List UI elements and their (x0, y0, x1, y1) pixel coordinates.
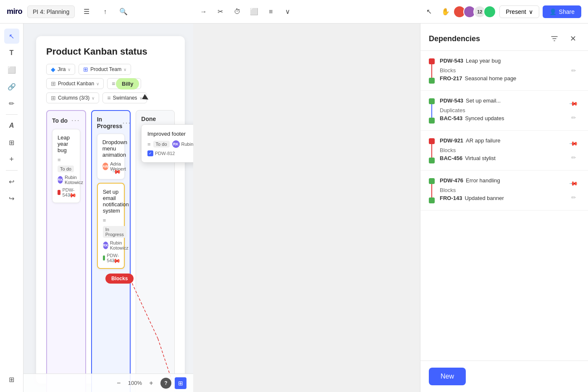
help-button[interactable]: ? (160, 378, 171, 389)
dep4-pin-button[interactable]: 📌 (565, 175, 582, 192)
dep4-edit-button[interactable]: ✏ (568, 192, 580, 203)
center-toolbar: → ✂ ⏱ ⬜ ≡ ∨ (197, 5, 294, 18)
columns-filter[interactable]: ⊞ Columns (3/3) ∨ (46, 92, 99, 103)
present-button[interactable]: Present ∨ (499, 5, 539, 18)
rubin-avatar-1: RK (58, 176, 63, 184)
nav-map-button[interactable]: ⊞ (175, 377, 186, 389)
more-tools-icon[interactable]: ∨ (281, 5, 294, 18)
pdw-543-badge-1 (429, 58, 435, 64)
dep-line-1 (431, 64, 432, 78)
rubin-avatar-2: RK (103, 242, 108, 249)
dep3-pin-button[interactable]: 📌 (565, 135, 582, 152)
table-button[interactable]: ⊞ (4, 135, 19, 150)
todo-col-menu[interactable]: ··· (71, 116, 80, 125)
zoom-in-button[interactable]: + (145, 377, 157, 389)
pdw-476-badge (429, 178, 435, 184)
add-button[interactable]: + (4, 152, 19, 167)
sticky-note-button[interactable]: ⬜ (4, 62, 19, 77)
product-team-filter[interactable]: ⊞ Product Team ∨ (79, 64, 131, 75)
blocks-label: Blocks (105, 274, 134, 284)
improved-footer-title: Improved footer (147, 131, 193, 137)
text-style-button[interactable]: A (4, 118, 19, 133)
improved-footer-meta: ≡ To do RK Rubin Kotowicz (147, 140, 193, 148)
improved-footer-ticket: ✓ PDW-812 (147, 150, 193, 156)
connector-button[interactable]: 🔗 (4, 79, 19, 94)
dep-group-1: PDW-543 Leap year bug Blocks FRO-217 Sea… (420, 51, 588, 91)
canvas-area[interactable]: Product Kanban status ◆ Jira ∨ ⊞ Product… (24, 24, 193, 392)
team-icon: ⊞ (83, 66, 88, 73)
dep2-pin-button[interactable]: 📌 (565, 95, 582, 112)
swimlanes-filter[interactable]: ≡ Swimlanes ∨ (102, 92, 147, 103)
board-title[interactable]: PI 4: Planning (27, 5, 75, 18)
dep-line-3 (431, 144, 432, 158)
dep2-bottom-id: BAC-543 (440, 115, 462, 121)
jira-filter[interactable]: ◆ Jira ∨ (46, 64, 75, 75)
dep1-relation: Blocks (440, 66, 563, 75)
menu-icon-overlay: ≡ (147, 141, 151, 147)
text-tool-button[interactable]: T (4, 45, 19, 61)
inprogress-col-menu[interactable]: ··· (122, 118, 131, 127)
email-card-meta: ≡ In Progress RK Rubin Kotowicz (103, 217, 119, 250)
improved-footer-overlay[interactable]: Improved footer ≡ To do RK Rubin Kotowic… (141, 124, 193, 163)
dep3-top-name: AR app failure (466, 137, 500, 144)
email-status: In Progress (103, 226, 126, 238)
email-card-title: Set up email notification system (103, 189, 119, 214)
fro-143-badge (429, 197, 435, 203)
kanban-board: Product Kanban status ◆ Jira ∨ ⊞ Product… (36, 36, 185, 384)
leap-year-user: RK Rubin Kotowicz (58, 175, 85, 185)
done-col-title: Done (141, 116, 156, 122)
new-dependency-button[interactable]: New (429, 368, 466, 385)
dep3-bottom-id: BAC-456 (440, 155, 462, 161)
menu-icon[interactable]: ☰ (80, 5, 93, 18)
select-tool-button[interactable]: ↖ (4, 29, 19, 44)
timer-icon[interactable]: ⏱ (231, 5, 244, 18)
todo-column: To do ··· Leap year bug ≡ To do RK Rubin… (46, 110, 86, 392)
dep3-edit-button[interactable]: ✏ (568, 152, 580, 163)
reactions-icon[interactable]: ✋ (439, 5, 452, 18)
redo-button[interactable]: ↪ (4, 191, 19, 206)
leap-year-card-title: Leap year bug (58, 134, 75, 153)
jira-icon: ◆ (51, 66, 55, 73)
zoom-out-button[interactable]: − (113, 377, 125, 389)
status-icon: ≡ (112, 80, 115, 87)
product-kanban-filter[interactable]: ⊞ Product Kanban ∨ (46, 78, 104, 89)
pdw-921-badge (429, 138, 435, 144)
leap-year-card[interactable]: Leap year bug ≡ To do RK Rubin Kotowicz … (52, 129, 80, 203)
leap-year-card-meta: ≡ To do RK Rubin Kotowicz (58, 157, 75, 185)
dep-line-2 (431, 104, 432, 118)
close-dep-panel-button[interactable]: ✕ (566, 32, 580, 45)
undo-button[interactable]: ↩ (4, 174, 19, 189)
dep2-edit-button[interactable]: ✏ (568, 112, 580, 124)
pdw-badge-1 (58, 190, 60, 195)
dep1-bottom-id: FRO-217 (440, 75, 462, 82)
lasso-tool-icon[interactable]: ✂ (214, 5, 227, 18)
export-icon[interactable]: ↑ (98, 5, 112, 18)
dep-panel-title: Dependencies (429, 34, 480, 43)
adria-avatar: AW (102, 163, 109, 170)
share-button[interactable]: 👤 Share (543, 5, 581, 18)
sidebar-divider-1 (6, 114, 18, 115)
dep4-bottom-id: FRO-143 (440, 195, 462, 201)
frame-icon[interactable]: ⬜ (247, 5, 261, 18)
search-icon[interactable]: 🔍 (117, 5, 130, 18)
pdw-543-badge-2 (429, 98, 435, 104)
topbar-right: ↖ ✋ 12 Present ∨ 👤 Share (422, 5, 581, 18)
pen-button[interactable]: ✏ (4, 96, 19, 111)
billy-label: Billy (122, 81, 133, 87)
leap-year-status: To do (58, 166, 74, 172)
dep-list: PDW-543 Leap year bug Blocks FRO-217 Sea… (420, 51, 588, 360)
cursor-icon[interactable]: ↖ (422, 5, 436, 18)
dropdown-card[interactable]: Dropdown menu animation AW Adria Weinert… (97, 134, 125, 179)
apps-icon[interactable]: ≡ (264, 5, 278, 18)
bottombar: − 100% + ? ⊞ (24, 374, 193, 392)
dep3-actions: 📌 ✏ (568, 137, 580, 163)
board-view-button[interactable]: ⊞ (4, 372, 19, 387)
dep1-edit-button[interactable]: ✏ (568, 65, 580, 76)
email-card[interactable]: Set up email notification system ≡ In Pr… (97, 183, 125, 269)
avatar-group: 12 (456, 5, 496, 18)
check-icon-overlay: ✓ (147, 150, 153, 156)
filter-icon[interactable] (548, 32, 561, 45)
dep2-relation: Duplicates (440, 105, 563, 115)
arrow-tool-icon[interactable]: → (197, 5, 210, 18)
dep4-relation: Blocks (440, 185, 563, 195)
